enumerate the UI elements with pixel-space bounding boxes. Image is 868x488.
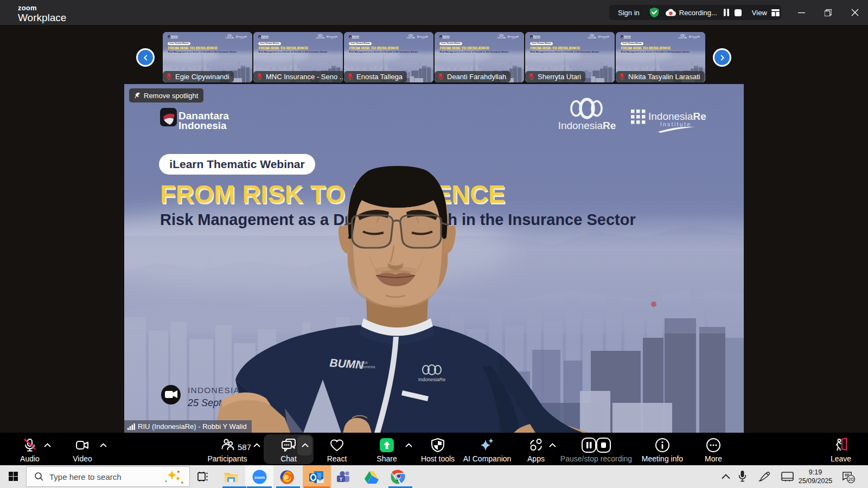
svg-text:Indonesia: Indonesia: [359, 365, 375, 369]
svg-text:zoom: zoom: [254, 475, 265, 480]
svg-text:T: T: [340, 477, 343, 482]
svg-text:IndonesiaRe: IndonesiaRe: [418, 377, 446, 382]
svg-text:untuk: untuk: [359, 361, 368, 364]
svg-text:20: 20: [848, 476, 854, 482]
